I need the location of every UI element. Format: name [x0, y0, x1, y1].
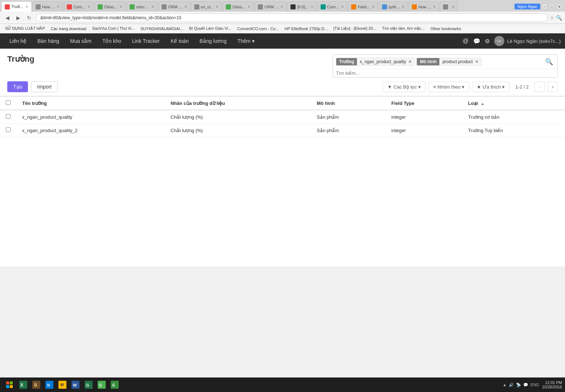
tab-truong[interactable]: Trườ... ✕: [1, 1, 32, 12]
nav-banhang[interactable]: Bán hàng: [32, 35, 64, 47]
tab-oncl[interactable]: on_cl... ✕: [191, 1, 222, 12]
tab-favicon: [67, 4, 72, 9]
tab-empty[interactable]: ✕: [440, 1, 458, 12]
tab-favicon: [36, 4, 41, 9]
bookmark-item[interactable]: ConvertICO.com - Co...: [235, 26, 281, 32]
nav-muasam[interactable]: Mua sắm: [65, 35, 97, 47]
bookmark-item[interactable]: Tìm việc làm, tìm việc...: [380, 25, 427, 32]
tab-orm1[interactable]: ORM ... ✕: [158, 1, 190, 12]
tab-pyth[interactable]: pyth... ✕: [379, 1, 408, 12]
filters-chevron: ▾: [418, 84, 421, 90]
tab-close[interactable]: ✕: [151, 5, 154, 9]
minimize-button[interactable]: ─: [542, 4, 548, 9]
search-input[interactable]: [336, 70, 554, 76]
tab-how2[interactable]: How ... ✕: [408, 1, 439, 12]
tab-favicon: [130, 4, 135, 9]
col-category[interactable]: Loại ▲: [462, 96, 565, 110]
filter-tag-remove-truong[interactable]: ✕: [408, 59, 412, 64]
tab-close[interactable]: ✕: [119, 5, 122, 9]
prev-page-button[interactable]: ‹: [534, 82, 545, 92]
select-all-checkbox[interactable]: [6, 100, 11, 105]
bookmark-item[interactable]: HP EliteBook 2760p D...: [282, 26, 330, 32]
close-button[interactable]: ✕: [556, 4, 562, 9]
at-icon[interactable]: @: [463, 38, 468, 44]
tab-how1[interactable]: How ... ✕: [32, 1, 63, 12]
tab-odoo1[interactable]: Odoo... ✕: [94, 1, 126, 12]
tab-close[interactable]: ✕: [372, 5, 375, 9]
back-button[interactable]: ◀: [3, 13, 12, 22]
import-button[interactable]: Import: [31, 81, 58, 92]
select-all-header[interactable]: [0, 96, 16, 110]
create-button[interactable]: Tạo: [7, 81, 28, 92]
nav-tonkho[interactable]: Tồn kho: [97, 35, 126, 47]
tab-close[interactable]: ✕: [216, 5, 219, 9]
favorite-button[interactable]: ★ Ưa thích ▾: [472, 82, 509, 92]
col-field-name[interactable]: Tên trường: [16, 96, 165, 110]
reload-button[interactable]: ↻: [25, 13, 33, 22]
address-bar: ◀ ▶ ↻ ☆ 🔍: [0, 12, 565, 24]
tab-com1[interactable]: Com... ✕: [64, 1, 93, 12]
tab-close[interactable]: ✕: [452, 5, 455, 9]
user-info[interactable]: LN Lê Ngọc Ngân (sokv7c...): [494, 36, 561, 46]
filter-tag-label-truong: Trường: [336, 58, 357, 65]
bookmark-item[interactable]: SỬ DỤNG LUẬT HẤP: [3, 25, 47, 32]
nav-linktracker[interactable]: Link Tracker: [127, 35, 165, 47]
nav-lienhe[interactable]: Liên hệ: [4, 35, 32, 47]
address-input[interactable]: [36, 13, 548, 22]
nav-bangluong[interactable]: Bảng lương: [194, 35, 231, 47]
bookmarks-bar: SỬ DỤNG LUẬT HẤP Các trang download Sach…: [0, 24, 565, 33]
tab-odoc[interactable]: odoc ... ✕: [126, 1, 158, 12]
forward-button[interactable]: ▶: [14, 13, 23, 22]
next-page-button[interactable]: ›: [548, 82, 558, 92]
settings-icon[interactable]: ⚙: [485, 38, 490, 45]
tab-close[interactable]: ✕: [248, 5, 251, 9]
bookmark-item[interactable]: Các trang download: [49, 26, 89, 32]
tab-close[interactable]: ✕: [341, 5, 344, 9]
filters-button[interactable]: ▼ Các Bộ lọc ▾: [383, 82, 426, 92]
nav-them[interactable]: Thêm ▾: [232, 35, 260, 47]
tab-close[interactable]: ✕: [402, 5, 405, 9]
maximize-button[interactable]: □: [549, 4, 555, 9]
tab-odoo2[interactable]: Odoo... ✕: [223, 1, 254, 12]
table-row[interactable]: x_ngan_product_quality_2 Chất lượng (%) …: [0, 124, 565, 137]
col-field-label[interactable]: Nhãn của trường dữ liệu: [165, 96, 311, 110]
tab-close[interactable]: ✕: [280, 5, 283, 9]
app-nav: Liên hệ Bán hàng Mua sắm Tồn kho Link Tr…: [0, 33, 565, 49]
tab-close[interactable]: ✕: [433, 5, 436, 9]
row-checkbox[interactable]: [6, 127, 11, 132]
col-category-label: Loại: [468, 101, 478, 106]
search-icon[interactable]: 🔍: [556, 15, 562, 21]
table-row[interactable]: x_ngan_product_quality Chất lượng (%) Sả…: [0, 110, 565, 124]
row-checkbox[interactable]: [6, 114, 11, 119]
bookmark-item[interactable]: SachVui.Com | Thư Vi...: [90, 25, 137, 32]
col-field-type[interactable]: Field Type: [386, 96, 462, 110]
bookmark-item[interactable]: SUYNGHIVALAMGIAI...: [138, 26, 186, 32]
tab-close[interactable]: ✕: [310, 5, 313, 9]
bookmark-item[interactable]: Bí Quyết Làm Giàu Vi...: [187, 25, 233, 32]
table-header-row: Tên trường Nhãn của trường dữ liệu Mô hì…: [0, 96, 565, 110]
search-button[interactable]: 🔍: [544, 56, 554, 67]
tab-close[interactable]: ✕: [57, 5, 60, 9]
filter-tag-remove-mohinh[interactable]: ✕: [475, 59, 479, 64]
tab-close[interactable]: ✕: [25, 5, 28, 9]
group-by-button[interactable]: ≡ Nhóm theo ▾: [428, 82, 469, 92]
nav-ketoan-label: Kế toán: [171, 38, 188, 44]
tab-close[interactable]: ✕: [184, 5, 187, 9]
tab-field[interactable]: Field... ✕: [348, 1, 378, 12]
bookmark-other[interactable]: Other bookmarks: [428, 26, 463, 32]
row-checkbox-cell[interactable]: [0, 124, 16, 137]
tab-orm2[interactable]: ORM ... ✕: [255, 1, 286, 12]
chat-icon[interactable]: 💬: [473, 38, 480, 45]
nav-ketoan[interactable]: Kế toán: [166, 35, 194, 47]
tab-com2[interactable]: Com... ✕: [317, 1, 347, 12]
row-checkbox-cell[interactable]: [0, 110, 16, 124]
search-filter-area: Trường x_ngan_product_quality ✕ Mô hình …: [333, 54, 558, 78]
bookmark-item[interactable]: [Tài Liệu] - [Ebook] 20...: [331, 25, 378, 32]
tab-label: pyth...: [389, 5, 399, 9]
chevron-down-icon: ▾: [252, 38, 255, 44]
bookmark-star-icon[interactable]: ☆: [550, 15, 554, 21]
tab-close[interactable]: ✕: [88, 5, 90, 9]
address-icons: ☆ 🔍: [550, 15, 562, 21]
col-model[interactable]: Mô hình: [311, 96, 386, 110]
tab-80[interactable]: [8.0]... ✕: [287, 1, 317, 12]
